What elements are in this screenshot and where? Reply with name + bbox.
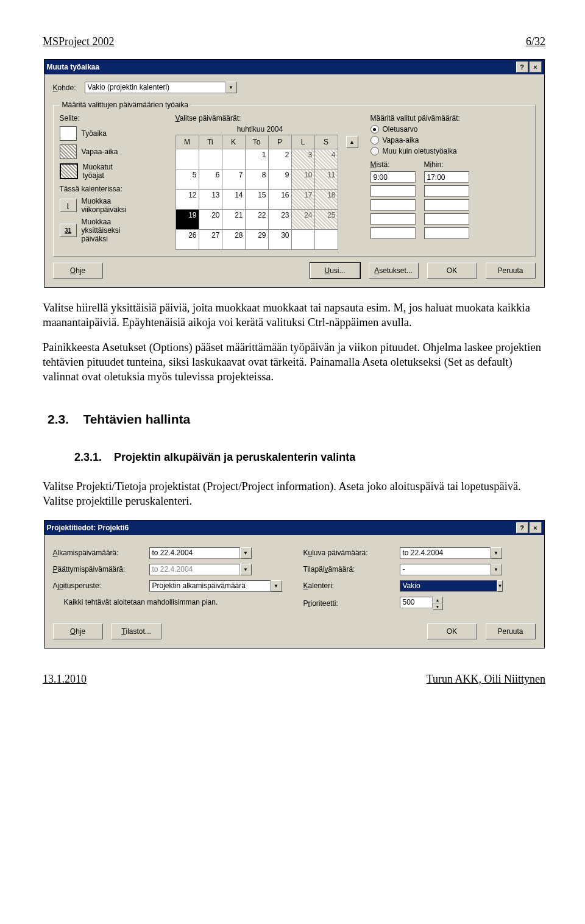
cal-day[interactable]: 30: [268, 230, 291, 250]
ajo-label: Ajoitusperuste:: [53, 581, 143, 590]
mihin-input-4[interactable]: [424, 213, 469, 225]
spin-up-icon[interactable]: ▲: [433, 597, 443, 603]
titlebar[interactable]: Muuta työaikaa ? ×: [44, 60, 544, 74]
cal-day[interactable]: [314, 230, 338, 250]
cal-day[interactable]: 24: [291, 210, 314, 230]
calendar[interactable]: M Ti K To P L S: [176, 135, 338, 250]
cal-day[interactable]: 22: [245, 210, 268, 230]
cal-day[interactable]: 23: [268, 210, 291, 230]
chevron-down-icon[interactable]: ▼: [240, 547, 252, 559]
chevron-down-icon[interactable]: ▼: [497, 580, 503, 592]
swatch-muokatut: [60, 163, 78, 179]
cal-day[interactable]: 12: [176, 190, 199, 210]
cal-day[interactable]: 4: [314, 149, 338, 169]
cal-day[interactable]: 11: [314, 169, 338, 190]
radio-oletus-label: Oletusarvo: [383, 125, 418, 133]
uusi-button[interactable]: Uusi...: [310, 263, 360, 279]
cal-day[interactable]: 6: [199, 169, 222, 190]
cal-head[interactable]: To: [245, 135, 268, 149]
cal-day[interactable]: 21: [222, 210, 245, 230]
help-button[interactable]: ?: [516, 522, 528, 533]
mihin-input-2[interactable]: [424, 185, 469, 197]
cal-day[interactable]: 2: [268, 149, 291, 169]
cal-day[interactable]: 28: [222, 230, 245, 250]
cal-day[interactable]: 18: [314, 190, 338, 210]
cal-day[interactable]: 20: [199, 210, 222, 230]
ohje-button[interactable]: Ohje: [53, 624, 103, 639]
ok-button[interactable]: OK: [427, 624, 477, 639]
radio-oletus[interactable]: Oletusarvo: [370, 125, 511, 133]
chevron-down-icon[interactable]: ▼: [225, 82, 237, 93]
cal-day[interactable]: 17: [291, 190, 314, 210]
cal-day[interactable]: 29: [245, 230, 268, 250]
cal-day[interactable]: 13: [199, 190, 222, 210]
cal-day[interactable]: 5: [176, 169, 199, 190]
alk-combo[interactable]: to 22.4.2004 ▼: [149, 547, 252, 559]
mihin-input-1[interactable]: [424, 171, 469, 183]
legend-tyoaika: Työaika: [60, 126, 163, 141]
mihin-input-5[interactable]: [424, 227, 469, 239]
cal-day[interactable]: 1: [245, 149, 268, 169]
subsection-title: Projektin alkupäivän ja peruskalenterin …: [114, 451, 355, 463]
chevron-down-icon[interactable]: ▼: [491, 547, 502, 559]
cal-day[interactable]: 15: [245, 190, 268, 210]
spin-down-icon[interactable]: ▼: [433, 603, 443, 610]
cal-day[interactable]: 27: [199, 230, 222, 250]
ok-button[interactable]: OK: [427, 263, 477, 279]
kal-combo[interactable]: ▼: [400, 580, 502, 592]
cal-day[interactable]: 8: [245, 169, 268, 190]
radio-vapaa[interactable]: Vapaa-aika: [370, 136, 511, 144]
prio-spinner[interactable]: ▲ ▼: [400, 597, 443, 610]
kohde-combo[interactable]: Vakio (projektin kalenteri) ▼: [85, 82, 237, 93]
radio-muu[interactable]: Muu kuin oletustyöaika: [370, 147, 511, 155]
tila-label: Tilapäivämäärä:: [303, 565, 394, 574]
peruuta-button[interactable]: Peruuta: [486, 263, 536, 279]
kuluva-combo[interactable]: to 22.4.2004 ▼: [400, 547, 502, 559]
chevron-down-icon[interactable]: ▼: [240, 564, 252, 575]
kal-value: [400, 580, 497, 592]
close-button[interactable]: ×: [530, 62, 542, 73]
cal-head[interactable]: Ti: [199, 135, 222, 149]
cal-day[interactable]: 9: [268, 169, 291, 190]
cal-day[interactable]: 16: [268, 190, 291, 210]
mihin-input-3[interactable]: [424, 199, 469, 211]
cal-day[interactable]: [222, 149, 245, 169]
cal-head[interactable]: M: [176, 135, 199, 149]
cal-day[interactable]: 10: [291, 169, 314, 190]
cal-day-selected[interactable]: 19: [176, 210, 199, 230]
chevron-down-icon[interactable]: ▼: [491, 564, 502, 575]
cal-day[interactable]: 26: [176, 230, 199, 250]
cal-head[interactable]: L: [291, 135, 314, 149]
cal-day[interactable]: [176, 149, 199, 169]
maarita-label: Määritä valitut päivämäärät:: [370, 114, 511, 123]
alk-label: Alkamispäivämäärä:: [53, 549, 143, 557]
asetukset-button[interactable]: Asetukset...: [369, 263, 419, 279]
mista-input-2[interactable]: [370, 185, 416, 197]
prio-value[interactable]: [400, 597, 433, 608]
mista-input-4[interactable]: [370, 213, 416, 225]
ajo-combo[interactable]: Projektin alkamispäivämäärä ▼: [149, 580, 282, 592]
cal-day[interactable]: 25: [314, 210, 338, 230]
cal-day[interactable]: 7: [222, 169, 245, 190]
cal-day[interactable]: [291, 230, 314, 250]
titlebar[interactable]: Projektitiedot: Projekti6 ? ×: [44, 521, 544, 535]
paragraph-1: Valitse hiirellä yksittäisiä päiviä, joi…: [43, 301, 545, 330]
ohje-button[interactable]: Ohje: [53, 263, 103, 279]
mista-input-5[interactable]: [370, 227, 416, 239]
cal-head[interactable]: K: [222, 135, 245, 149]
mista-input-3[interactable]: [370, 199, 416, 211]
mista-input-1[interactable]: [370, 171, 416, 183]
cal-day[interactable]: 14: [222, 190, 245, 210]
cal-scroll-up[interactable]: ▲: [346, 136, 358, 148]
close-button[interactable]: ×: [530, 522, 542, 533]
tila-combo[interactable]: - ▼: [400, 564, 502, 575]
chevron-down-icon[interactable]: ▼: [271, 580, 282, 592]
tilastot-button[interactable]: Tilastot...: [112, 624, 161, 639]
paa-combo[interactable]: to 22.4.2004 ▼: [149, 564, 252, 575]
cal-head[interactable]: P: [268, 135, 291, 149]
help-button[interactable]: ?: [516, 62, 528, 73]
cal-day[interactable]: [199, 149, 222, 169]
cal-day[interactable]: 3: [291, 149, 314, 169]
peruuta-button[interactable]: Peruuta: [486, 624, 536, 639]
cal-head[interactable]: S: [314, 135, 338, 149]
